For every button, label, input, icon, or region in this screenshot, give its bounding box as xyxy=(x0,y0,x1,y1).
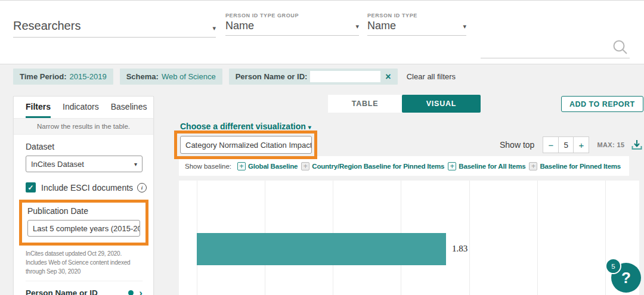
chart-plot-area: 1.83 xyxy=(179,181,639,295)
person-id-type-group-value: Name xyxy=(225,20,254,35)
show-top-stepper: − 5 + xyxy=(543,136,589,153)
tab-indicators[interactable]: Indicators xyxy=(63,97,99,118)
person-id-type-group-label: PERSON ID TYPE GROUP xyxy=(225,13,359,18)
active-filter-dot xyxy=(128,290,134,295)
dataset-select[interactable]: InCites Dataset ▾ xyxy=(26,156,143,172)
download-icon[interactable] xyxy=(631,139,643,151)
baseline-bar: Show baseline: + Global Baseline + Count… xyxy=(179,156,629,176)
search-icon[interactable] xyxy=(612,39,628,55)
global-baseline-toggle[interactable]: + Global Baseline xyxy=(237,162,298,170)
publication-date-select[interactable]: Last 5 complete years (2015-2019) ▾ xyxy=(27,220,140,237)
baseline-all-items-toggle[interactable]: + Baseline for All Items xyxy=(448,162,525,170)
chevron-down-icon: ▾ xyxy=(463,23,466,35)
annotation-highlight-publication-date: Publication Date Last 5 complete years (… xyxy=(19,200,148,246)
view-toggle: TABLE VISUAL xyxy=(328,95,481,113)
filters-sidebar: Filters Indicators Baselines Narrow the … xyxy=(13,96,154,295)
sidebar-item-person-name-or-id[interactable]: Person Name or ID › xyxy=(26,285,143,295)
person-id-type-group-field: PERSON ID TYPE GROUP Name ▾ xyxy=(225,13,359,36)
close-icon[interactable]: × xyxy=(385,72,391,82)
chevron-down-icon: ▾ xyxy=(134,161,137,167)
chip-label: Time Period: xyxy=(20,72,67,81)
visual-view-button[interactable]: VISUAL xyxy=(402,95,481,113)
plus-icon: + xyxy=(237,162,246,170)
baseline-pinned-items-toggle[interactable]: + Baseline for Pinned Items xyxy=(529,162,621,170)
chip-label: Person Name or ID: xyxy=(236,72,308,81)
person-id-type-field: PERSON ID TYPE Name ▾ xyxy=(367,13,466,36)
entity-type-select[interactable]: Researchers ▾ xyxy=(13,15,216,38)
esci-checkbox-row: Include ESCI documents i xyxy=(26,182,143,192)
person-name-filter-input[interactable] xyxy=(310,71,380,82)
chart-gridline xyxy=(605,181,606,295)
chart-bar[interactable] xyxy=(197,233,446,265)
esci-checkbox-label: Include ESCI documents xyxy=(41,183,133,192)
dataset-update-note: InCites dataset updated Oct 29, 2020. In… xyxy=(26,249,143,276)
chevron-down-icon: ▾ xyxy=(308,124,311,131)
country-region-baseline-toggle[interactable]: + Country/Region Baseline for Pinned Ite… xyxy=(301,162,444,170)
dataset-select-value: InCites Dataset xyxy=(31,160,84,169)
person-id-type-select[interactable]: Name ▾ xyxy=(367,18,466,36)
table-view-button[interactable]: TABLE xyxy=(328,95,402,113)
decrease-button[interactable]: − xyxy=(543,136,559,153)
increase-button[interactable]: + xyxy=(573,136,589,153)
sidebar-hint: Narrow the results in the table. xyxy=(14,118,153,135)
person-id-type-group-select[interactable]: Name ▾ xyxy=(225,18,359,36)
filter-chip-schema: Schema: Web of Science xyxy=(120,69,222,85)
dataset-label: Dataset xyxy=(26,142,143,151)
filter-chip-time-period: Time Period: 2015-2019 xyxy=(13,69,113,85)
plus-icon: + xyxy=(301,162,309,170)
person-id-type-label: PERSON ID TYPE xyxy=(367,13,466,18)
add-to-report-button[interactable]: ADD TO REPORT xyxy=(561,96,643,112)
chevron-down-icon: ▾ xyxy=(212,24,216,37)
person-id-type-value: Name xyxy=(367,20,396,35)
plus-icon: + xyxy=(529,162,537,170)
chip-value: 2015-2019 xyxy=(70,72,107,81)
question-mark-icon: ? xyxy=(621,269,631,287)
entity-type-value: Researchers xyxy=(13,19,80,37)
chip-value: Web of Science xyxy=(162,72,216,81)
clear-all-filters-link[interactable]: Clear all filters xyxy=(407,72,456,81)
search-field xyxy=(481,36,630,58)
info-icon[interactable]: i xyxy=(137,183,147,192)
chip-label: Schema: xyxy=(126,72,159,81)
header: Researchers ▾ PERSON ID TYPE GROUP Name … xyxy=(0,1,644,64)
chevron-down-icon: ▾ xyxy=(355,23,359,35)
visualization-select[interactable]: Category Normalized Citation Impact ▾ xyxy=(180,136,312,154)
applied-filters-bar: Time Period: 2015-2019 Schema: Web of Sc… xyxy=(13,69,456,85)
esci-checkbox[interactable] xyxy=(26,182,36,192)
plus-icon: + xyxy=(448,162,456,170)
visualization-select-value: Category Normalized Citation Impact xyxy=(185,141,312,150)
show-top-label: Show top xyxy=(500,140,534,150)
max-label: MAX: 15 xyxy=(597,141,624,148)
chevron-right-icon: › xyxy=(139,288,143,295)
search-input[interactable] xyxy=(481,40,611,57)
show-top-value[interactable]: 5 xyxy=(559,136,573,153)
chart-bar-value-label: 1.83 xyxy=(452,244,467,254)
sidebar-tabs: Filters Indicators Baselines xyxy=(14,97,153,118)
sidebar-body: Dataset InCites Dataset ▾ Include ESCI d… xyxy=(14,135,153,295)
tab-filters[interactable]: Filters xyxy=(26,97,51,118)
show-top-control: Show top − 5 + MAX: 15 xyxy=(500,136,643,153)
choose-visualization-link[interactable]: Choose a different visualization ▾ xyxy=(180,122,311,131)
incites-app: Researchers ▾ PERSON ID TYPE GROUP Name … xyxy=(0,0,644,295)
tab-baselines[interactable]: Baselines xyxy=(111,97,147,118)
show-baseline-label: Show baseline: xyxy=(185,163,231,170)
publication-date-label: Publication Date xyxy=(27,206,140,216)
filter-chip-person-name: Person Name or ID: × xyxy=(229,69,398,85)
help-notification-badge: 5 xyxy=(605,258,621,274)
chart-gridline xyxy=(537,181,538,295)
sidebar-filter-links: Person Name or ID › Affiliated Organizat… xyxy=(26,281,143,295)
publication-date-value: Last 5 complete years (2015-2019) xyxy=(33,224,140,233)
chart-gridline xyxy=(469,181,470,295)
